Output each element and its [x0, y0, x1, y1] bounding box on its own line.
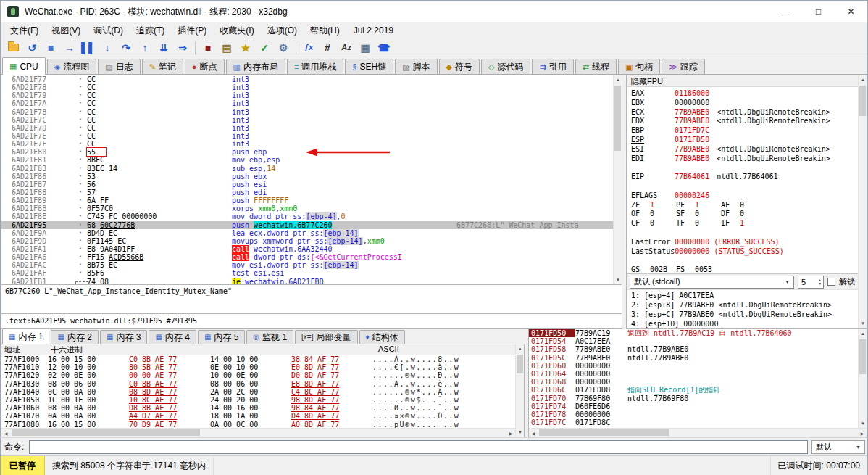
calling-convention-select[interactable]: 默认 (stdcall) ▼ [630, 276, 794, 289]
log-window-button[interactable]: ▤ [218, 40, 235, 56]
tab-memory-1[interactable]: ▦内存 1 [2, 329, 49, 344]
tab-locals[interactable]: [x=]局部变量 [295, 330, 357, 344]
tab-struct[interactable]: ♦结构体 [359, 330, 405, 344]
scroll-track[interactable] [614, 84, 622, 276]
register-row[interactable]: EDX77B9ABE0<ntdll.DbgUiRemoteBreakin> [631, 117, 858, 126]
hide-fpu-button[interactable]: 隐藏FPU [627, 75, 858, 87]
tab-source[interactable]: ◇源代码 [481, 59, 530, 74]
scroll-thumb[interactable] [517, 355, 523, 373]
tab-memory-map[interactable]: ▥内存布局 [226, 59, 285, 74]
disasm-row[interactable]: 6AD21F95•68 60C2776Bpush wechatwin.6B77C… [1, 221, 613, 229]
tab-watch-1[interactable]: ◎监视 1 [246, 330, 293, 344]
menu-item-1[interactable]: 视图(V) [45, 23, 87, 38]
disasm-row[interactable]: 6AD21F7A•CCint3 [1, 99, 613, 107]
dump-row[interactable]: 77AF10400C 00 0A 0008 8D AE 772A 00 2C 0… [1, 388, 515, 396]
scroll-down-arrow-icon[interactable]: ▼ [516, 428, 525, 437]
stack-vertical-scrollbar[interactable]: ▲ ▼ [858, 329, 867, 428]
scroll-track[interactable] [538, 429, 858, 437]
disasm-row[interactable]: 6AD21F9D•0F1145 ECmovups xmmword ptr ss:… [1, 237, 613, 245]
register-row[interactable]: EFLAGS00000246 [631, 191, 858, 201]
disasm-row[interactable]: 6AD21F79•CCint3 [1, 91, 613, 99]
scroll-thumb[interactable] [859, 86, 866, 116]
register-row[interactable]: ECX77B9ABE0<ntdll.DbgUiRemoteBreakin> [631, 108, 858, 117]
scroll-track[interactable] [10, 429, 506, 437]
minimize-button[interactable]: — [769, 1, 802, 22]
dump-row[interactable]: 77AF106008 00 0A 00D8 8B AE 7714 00 16 0… [1, 404, 515, 412]
scroll-left-arrow-icon[interactable]: ◀ [1, 429, 10, 437]
menu-item-4[interactable]: 插件(P) [171, 23, 213, 38]
stack-row[interactable]: 0171FD74D60FE6D6 [529, 402, 858, 410]
unlock-checkbox[interactable] [827, 278, 835, 286]
functions-button[interactable]: ƒx [300, 40, 317, 56]
disasm-row[interactable]: 6AD21F8B•0F57C0xorps xmm0,xmm0 [1, 205, 613, 212]
scroll-down-arrow-icon[interactable]: ▼ [859, 319, 867, 328]
tab-graph[interactable]: ◈流程图 [47, 59, 96, 74]
close-file-button[interactable]: ■ [42, 40, 59, 56]
register-row[interactable]: EBX00000000 [631, 99, 858, 108]
argument-count-stepper[interactable]: 5 ▲▼ [798, 276, 824, 289]
dump-row[interactable]: 77AF102002 00 0E 0000 00 AE 7710 00 0E 0… [1, 371, 515, 379]
register-row[interactable]: ESI77B9ABE0<ntdll.DbgUiRemoteBreakin> [631, 145, 858, 154]
stack-row[interactable]: 0171FD6800000000 [529, 378, 858, 386]
scroll-right-arrow-icon[interactable]: ▶ [506, 429, 515, 437]
tab-notes[interactable]: ✎笔记 [142, 59, 183, 74]
disasm-row[interactable]: 6AD21F7E•CCint3 [1, 132, 613, 140]
disasm-row[interactable]: 6AD21F7D•CCint3 [1, 124, 613, 132]
stack-horizontal-scrollbar[interactable]: ◀ ▶ [529, 428, 867, 437]
settings-button[interactable]: ⚙ [275, 40, 292, 56]
disasm-row[interactable]: 6AD21F78•CCint3 [1, 83, 613, 91]
tab-script[interactable]: ▨脚本 [395, 59, 437, 74]
scroll-thumb[interactable] [12, 429, 200, 436]
pause-button[interactable]: ▌▌ [80, 40, 97, 56]
dump-row[interactable]: 77AF100016 00 15 00C0 8B AE 7714 00 10 0… [1, 355, 515, 363]
execute-till-return-button[interactable]: ↑ [136, 40, 154, 56]
disasm-row[interactable]: 6AD21F9A•8D4D EClea ecx,dword ptr ss:[eb… [1, 229, 613, 237]
tab-cpu[interactable]: ▦CPU [2, 57, 46, 75]
scroll-track[interactable] [859, 338, 867, 419]
dump-row[interactable]: 77AF103008 00 06 00C0 8B AE 7708 00 06 0… [1, 380, 515, 388]
restart-button[interactable]: ↺ [23, 40, 41, 56]
menu-item-0[interactable]: 文件(F) [4, 23, 45, 38]
menu-item-5[interactable]: 收藏夹(I) [213, 23, 260, 38]
argument-row[interactable]: 2: [esp+8] 77B9ABE0 <ntdll.DbgUiRemoteBr… [631, 300, 858, 310]
register-row[interactable]: GS002BFS0053 [631, 265, 858, 273]
tab-threads[interactable]: ⇄线程 [575, 59, 617, 74]
disasm-row[interactable]: 6AD21F89•6A FFpush FFFFFFFF [1, 197, 613, 205]
tab-memory-5[interactable]: ▦内存 5 [198, 330, 245, 344]
disasm-row[interactable]: 6AD21F86•53push ebx [1, 173, 613, 181]
scroll-thumb[interactable] [859, 339, 866, 374]
dump-vertical-scrollbar[interactable]: ▲ ▼ [515, 344, 524, 437]
disasm-row[interactable]: 6AD21F87•56push esi [1, 181, 613, 189]
disasm-row[interactable]: 6AD21FA1•E8 9A04D1FFcall wechatwin.6AA32… [1, 245, 613, 253]
tab-breakpoints[interactable]: ●断点 [185, 59, 225, 74]
stack-row[interactable]: 0171FD5877B9ABE0ntdll.77B9ABE0 [529, 345, 858, 353]
disasm-row[interactable]: 6AD21F8E•C745 FC 00000000mov dword ptr s… [1, 212, 613, 220]
stack-row[interactable]: 0171FD6C0171FDD8指向SEH_Record[1]的指针 [529, 386, 858, 394]
register-row[interactable]: LastError00000000 (ERROR_SUCCESS) [631, 238, 858, 247]
menu-item-7[interactable]: 帮助(H) [304, 23, 346, 38]
tab-handles[interactable]: ▣句柄 [618, 59, 660, 74]
stack-row[interactable]: 0171FD7C0171FD8C [529, 418, 858, 426]
step-into-button[interactable]: ↓ [99, 40, 116, 56]
command-mode-select[interactable]: 默认 ▼ [811, 440, 865, 454]
strings-button[interactable]: Az [338, 40, 355, 56]
disasm-row[interactable]: 6AD21FA6•FF15 ACD5566Bcall dword ptr ds:… [1, 253, 613, 261]
stack-row[interactable]: 0171FD54A0C17EEA [529, 337, 858, 345]
run-to-user-code-button[interactable]: ⇊ [155, 40, 172, 56]
hash-button[interactable]: # [319, 40, 336, 56]
stack-row[interactable]: 0171FD5077B9AC19返回到 ntdll.77B9AC19 自 ntd… [529, 329, 858, 337]
disasm-row[interactable]: 6AD21F77•CCint3 [1, 75, 613, 83]
register-row[interactable]: EAX01186000 [631, 89, 858, 99]
tab-call-stack[interactable]: ≡调用堆栈 [287, 59, 343, 74]
dump-row[interactable]: 77AF101012 00 10 0080 5B AE 770E 00 10 0… [1, 363, 515, 371]
register-row[interactable]: EDI77B9ABE0<ntdll.DbgUiRemoteBreakin> [631, 154, 858, 164]
stack-row[interactable]: 0171FD6400000000 [529, 370, 858, 378]
scroll-thumb[interactable] [614, 86, 621, 151]
tab-log[interactable]: ▤日志 [98, 59, 140, 74]
register-row[interactable]: OF0SF0DF0 [631, 210, 858, 219]
tab-memory-2[interactable]: ▦内存 2 [51, 330, 98, 344]
disasm-row[interactable]: 6AD21FAF•85F6test esi,esi [1, 269, 613, 277]
favourites-button[interactable]: ★ [237, 40, 254, 56]
stack-row[interactable]: 0171FD5C77B9ABE0ntdll.77B9ABE0 [529, 354, 858, 362]
dump-row[interactable]: 77AF10501C 00 1E 0010 8C AE 7724 00 20 0… [1, 396, 515, 404]
